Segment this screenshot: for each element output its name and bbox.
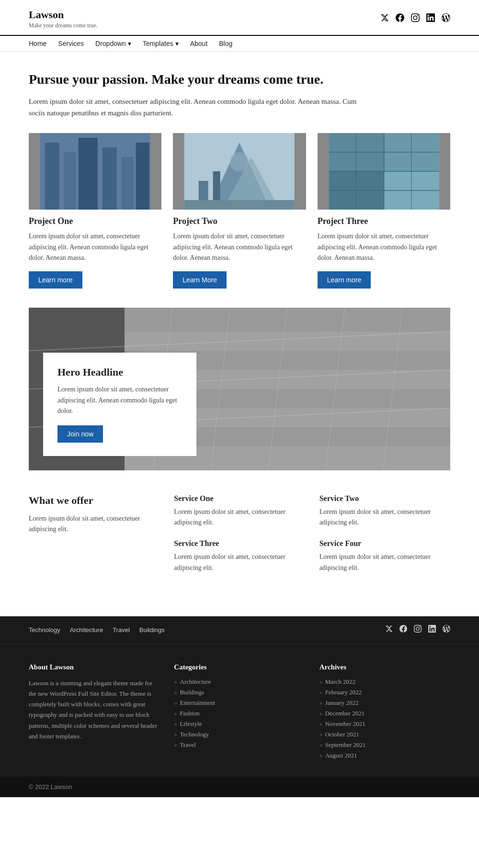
projects-grid: Project One Lorem ipsum dolor sit amet, … [29, 133, 450, 288]
hero-box-description: Lorem ipsum dolor sit amet, consectetuer… [57, 384, 182, 416]
service-desc-2: Lorem ipsum dolor sit amet, consectetuer… [319, 507, 450, 528]
footer-nav-architecture[interactable]: Architecture [70, 626, 103, 634]
footer-categories: Categories Architecture Buildings Entert… [174, 663, 305, 762]
project-card-2: Project Two Lorem ipsum dolor sit amet, … [173, 133, 306, 288]
footer-category-architecture[interactable]: Architecture [174, 678, 305, 686]
footer-social-icons [385, 625, 450, 635]
service-desc-3: Lorem ipsum dolor sit amet, consectetuer… [174, 552, 305, 573]
svg-point-13 [230, 152, 249, 171]
footer-category-entertainment[interactable]: Entertainment [174, 699, 305, 707]
services-col-1: Service One Lorem ipsum dolor sit amet, … [174, 494, 305, 574]
linkedin-icon[interactable] [426, 13, 435, 24]
service-title-1: Service One [174, 494, 305, 503]
footer-archive-august-2021[interactable]: August 2021 [319, 752, 450, 759]
hero-section: Pursue your passion. Make your dreams co… [29, 71, 450, 119]
learn-more-button-1[interactable]: Learn more [29, 271, 82, 289]
footer-instagram-icon[interactable] [414, 625, 422, 635]
footer-main: About Lawson Lawson is a stunning and el… [0, 644, 479, 777]
footer-categories-list: Architecture Buildings Entertainment Fas… [174, 678, 305, 749]
service-title-3: Service Three [174, 539, 305, 548]
site-branding: Lawson Make your dreams come true. [29, 9, 98, 29]
svg-rect-7 [40, 133, 150, 210]
nav-item-dropdown[interactable]: Dropdown ▾ [95, 40, 131, 47]
nav-item-templates[interactable]: Templates ▾ [143, 40, 179, 47]
service-title-2: Service Two [319, 494, 450, 503]
instagram-icon[interactable] [411, 13, 420, 24]
project-card-1: Project One Lorem ipsum dolor sit amet, … [29, 133, 161, 288]
hero-headline: Pursue your passion. Make your dreams co… [29, 71, 450, 88]
project-image-3 [318, 133, 450, 210]
footer-archives-title: Archives [319, 663, 450, 671]
learn-more-button-2[interactable]: Learn More [173, 271, 227, 289]
service-item-2: Service Two Lorem ipsum dolor sit amet, … [319, 494, 450, 528]
svg-rect-29 [125, 332, 450, 351]
header-social-icons [380, 13, 450, 24]
footer-archive-march-2022[interactable]: March 2022 [319, 678, 450, 686]
service-item-1: Service One Lorem ipsum dolor sit amet, … [174, 494, 305, 528]
copyright-text: © 2022 Lawson [29, 783, 72, 790]
footer-nav-buildings[interactable]: Buildings [139, 626, 165, 634]
footer-nav: Technology Architecture Travel Buildings [29, 626, 165, 634]
site-header: Lawson Make your dreams come true. [0, 0, 479, 35]
footer-archives: Archives March 2022 February 2022 Januar… [319, 663, 450, 762]
footer-about: About Lawson Lawson is a stunning and el… [29, 663, 160, 762]
templates-chevron-icon: ▾ [175, 40, 179, 47]
footer-category-fashion[interactable]: Fashion [174, 710, 305, 717]
project-title-1: Project One [29, 216, 161, 226]
project-image-1 [29, 133, 161, 210]
footer-archive-september-2021[interactable]: September 2021 [319, 741, 450, 749]
footer-nav-technology[interactable]: Technology [29, 626, 60, 634]
hero-description: Lorem ipsum dolor sit amet, consectetuer… [29, 96, 364, 119]
main-content: Pursue your passion. Make your dreams co… [0, 52, 479, 592]
hero-box-headline: Hero Headline [57, 366, 182, 378]
services-title: What we offer [29, 494, 160, 507]
service-title-4: Service Four [319, 539, 450, 548]
footer-nav-travel[interactable]: Travel [113, 626, 130, 634]
project-image-2 [173, 133, 306, 210]
footer-category-lifestyle[interactable]: Lifestyle [174, 720, 305, 728]
nav-item-blog[interactable]: Blog [219, 40, 232, 47]
footer-facebook-icon[interactable] [399, 625, 407, 635]
project-card-3: Project Three Lorem ipsum dolor sit amet… [318, 133, 450, 288]
service-desc-4: Lorem ipsum dolor sit amet, consectetuer… [319, 552, 450, 573]
facebook-icon[interactable] [396, 13, 404, 24]
join-now-button[interactable]: Join now [57, 425, 103, 443]
footer-archives-list: March 2022 February 2022 January 2022 De… [319, 678, 450, 759]
footer-about-text: Lawson is a stunning and elegant theme m… [29, 678, 160, 742]
footer-category-buildings[interactable]: Buildings [174, 689, 305, 696]
service-item-3: Service Three Lorem ipsum dolor sit amet… [174, 539, 305, 573]
footer-wordpress-icon[interactable] [443, 625, 450, 635]
footer-category-technology[interactable]: Technology [174, 731, 305, 738]
dropdown-chevron-icon: ▾ [128, 40, 131, 47]
footer-bottom: © 2022 Lawson [0, 777, 479, 797]
project-title-2: Project Two [173, 216, 306, 226]
svg-rect-14 [184, 200, 295, 210]
footer-archive-october-2021[interactable]: October 2021 [319, 731, 450, 738]
service-item-4: Service Four Lorem ipsum dolor sit amet,… [319, 539, 450, 573]
services-col-2: Service Two Lorem ipsum dolor sit amet, … [319, 494, 450, 574]
nav-item-services[interactable]: Services [58, 40, 84, 47]
project-desc-3: Lorem ipsum dolor sit amet, consectetuer… [318, 231, 450, 263]
services-intro-text: Lorem ipsum dolor sit amet, consectetuer… [29, 513, 160, 535]
services-section: What we offer Lorem ipsum dolor sit amet… [29, 494, 450, 574]
services-intro: What we offer Lorem ipsum dolor sit amet… [29, 494, 160, 574]
footer-archive-january-2022[interactable]: January 2022 [319, 699, 450, 707]
nav-item-about[interactable]: About [190, 40, 208, 47]
project-desc-1: Lorem ipsum dolor sit amet, consectetuer… [29, 231, 161, 263]
twitter-icon[interactable] [380, 13, 389, 24]
footer-category-travel[interactable]: Travel [174, 741, 305, 749]
project-title-3: Project Three [318, 216, 450, 226]
footer-about-title: About Lawson [29, 663, 160, 671]
learn-more-button-3[interactable]: Learn more [318, 271, 371, 289]
footer-archive-february-2022[interactable]: February 2022 [319, 689, 450, 696]
footer-archive-december-2021[interactable]: December 2021 [319, 710, 450, 717]
nav-item-home[interactable]: Home [29, 40, 46, 47]
wordpress-icon[interactable] [442, 13, 450, 24]
project-desc-2: Lorem ipsum dolor sit amet, consectetuer… [173, 231, 306, 263]
main-nav: Home Services Dropdown ▾ Templates ▾ Abo… [0, 35, 479, 52]
hero-banner: Hero Headline Lorem ipsum dolor sit amet… [29, 308, 450, 470]
footer-archive-november-2021[interactable]: November 2021 [319, 720, 450, 728]
footer-twitter-icon[interactable] [385, 625, 393, 635]
footer-linkedin-icon[interactable] [428, 625, 436, 635]
site-tagline: Make your dreams come true. [29, 22, 98, 29]
